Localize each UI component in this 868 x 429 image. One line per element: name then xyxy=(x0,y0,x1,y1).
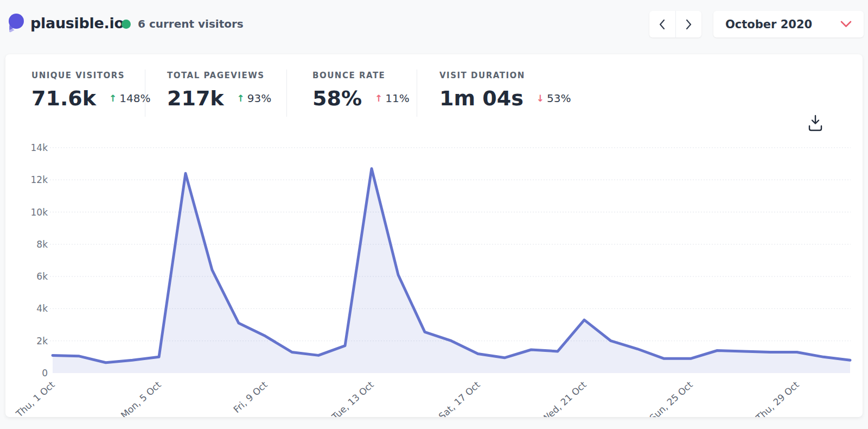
visitors-chart[interactable]: 02k4k6k8k10k12k14kThu, 1 OctMon, 5 OctFr… xyxy=(5,54,863,417)
chevron-right-icon xyxy=(685,19,692,30)
plausible-dashboard: plausible.io 6 current visitors October … xyxy=(0,0,868,429)
current-visitors-label: 6 current visitors xyxy=(138,17,244,30)
y-axis-tick-label: 14k xyxy=(31,142,48,153)
live-dot-icon xyxy=(122,20,131,29)
period-nav xyxy=(649,11,701,37)
dashboard-card: UNIQUE VISITORS 71.6k ↑ 148% TOTAL PAGEV… xyxy=(5,54,863,417)
y-axis-tick-label: 8k xyxy=(36,239,48,250)
prev-period-button[interactable] xyxy=(649,11,675,37)
y-axis-tick-label: 6k xyxy=(36,271,48,282)
x-axis-tick-label: Wed, 21 Oct xyxy=(539,379,589,417)
x-axis-tick-label: Sun, 25 Oct xyxy=(647,379,695,417)
current-visitors[interactable]: 6 current visitors xyxy=(122,17,244,30)
plausible-logo-icon xyxy=(7,13,24,33)
next-period-button[interactable] xyxy=(675,11,702,37)
chevron-down-icon xyxy=(840,21,852,28)
period-label: October 2020 xyxy=(725,18,812,31)
period-selector[interactable]: October 2020 xyxy=(713,11,864,37)
x-axis-tick-label: Tue, 13 Oct xyxy=(329,379,376,417)
y-axis-tick-label: 12k xyxy=(31,174,48,185)
y-axis-tick-label: 0 xyxy=(42,368,48,378)
x-axis-tick-label: Thu, 29 Oct xyxy=(754,379,801,417)
x-axis-tick-label: Sat, 17 Oct xyxy=(437,379,482,417)
site-name: plausible.io xyxy=(30,15,124,31)
y-axis-tick-label: 2k xyxy=(36,336,48,346)
x-axis-tick-label: Fri, 9 Oct xyxy=(231,379,270,415)
y-axis-tick-label: 10k xyxy=(31,207,48,218)
brand: plausible.io xyxy=(7,13,124,33)
chevron-left-icon xyxy=(659,19,666,30)
x-axis-tick-label: Mon, 5 Oct xyxy=(119,379,163,417)
x-axis-tick-label: Thu, 1 Oct xyxy=(14,379,57,417)
y-axis-tick-label: 4k xyxy=(36,303,48,314)
